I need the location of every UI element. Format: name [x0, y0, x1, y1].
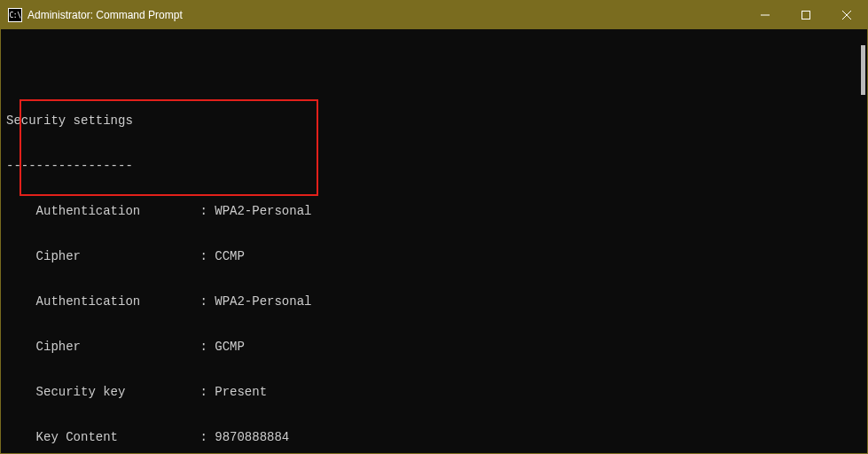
security-row: Security key : Present	[6, 385, 867, 400]
maximize-icon	[802, 11, 810, 20]
security-row: Authentication : WPA2-Personal	[6, 204, 867, 219]
minimize-button[interactable]	[745, 1, 786, 29]
minimize-icon	[761, 11, 770, 20]
scrollbar-thumb[interactable]	[861, 45, 865, 95]
terminal-output[interactable]: Security settings ----------------- Auth…	[1, 29, 867, 453]
maximize-button[interactable]	[786, 1, 826, 29]
close-button[interactable]	[826, 1, 867, 29]
cmd-icon: C:\	[8, 8, 22, 22]
security-row: Key Content : 9870888884	[6, 430, 867, 445]
security-dashes: -----------------	[6, 159, 867, 174]
window-title: Administrator: Command Prompt	[27, 9, 183, 21]
security-header: Security settings	[6, 114, 867, 129]
svg-rect-1	[802, 12, 810, 20]
security-row: Authentication : WPA2-Personal	[6, 294, 867, 309]
security-row: Cipher : CCMP	[6, 249, 867, 264]
security-row: Cipher : GCMP	[6, 340, 867, 355]
titlebar[interactable]: C:\ Administrator: Command Prompt	[1, 1, 867, 29]
close-icon	[842, 11, 851, 20]
